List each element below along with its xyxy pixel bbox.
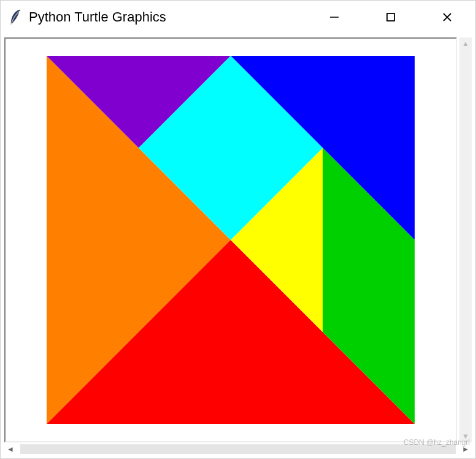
close-button[interactable]	[419, 1, 475, 34]
scroll-left-icon: ◄	[4, 446, 17, 453]
client-area: ▲ ▼	[1, 34, 475, 442]
canvas-frame	[4, 37, 457, 442]
maximize-icon	[385, 12, 396, 23]
turtle-canvas	[47, 56, 415, 424]
scroll-right-icon: ►	[459, 446, 472, 453]
minimize-icon	[329, 12, 340, 23]
svg-rect-1	[387, 14, 394, 21]
horizontal-scrollbar[interactable]: ◄ ►	[4, 442, 472, 456]
vertical-scrollbar[interactable]: ▲ ▼	[459, 37, 472, 442]
minimize-button[interactable]	[306, 1, 363, 34]
window-title: Python Turtle Graphics	[29, 9, 306, 25]
feather-icon	[9, 9, 21, 26]
horizontal-scroll-track[interactable]	[20, 444, 456, 454]
application-window: Python Turtle Graphics	[0, 0, 476, 459]
title-bar[interactable]: Python Turtle Graphics	[1, 1, 475, 34]
window-controls	[306, 1, 475, 34]
maximize-button[interactable]	[363, 1, 419, 34]
scroll-up-icon: ▲	[462, 40, 469, 47]
scroll-down-icon: ▼	[462, 433, 469, 440]
close-icon	[442, 12, 453, 23]
